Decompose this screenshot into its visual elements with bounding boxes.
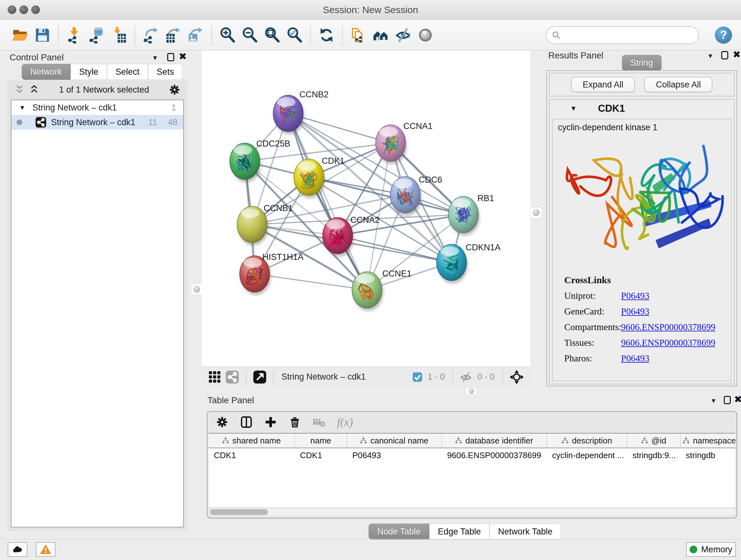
apply-preferred-layout-icon[interactable] xyxy=(317,26,336,44)
export-table-icon[interactable] xyxy=(164,26,183,44)
network-collection-row[interactable]: ▼ String Network – cdk1 1 xyxy=(11,100,183,115)
right-splitter-handle[interactable] xyxy=(530,207,542,219)
selected-nodes-checkbox-icon[interactable] xyxy=(412,372,422,382)
tab-edge-table[interactable]: Edge Table xyxy=(429,523,489,540)
tab-style[interactable]: Style xyxy=(71,64,107,80)
network-node-rb1[interactable]: RB1 xyxy=(448,193,494,236)
network-node-hist1h1a[interactable]: HIST1H1A xyxy=(240,252,304,295)
tab-select[interactable]: Select xyxy=(107,64,148,80)
status-bar-divider xyxy=(0,539,741,539)
network-node-ccnb1[interactable]: CCNB1 xyxy=(237,203,293,246)
birds-eye-view-icon[interactable] xyxy=(416,26,434,44)
horizontal-splitter-handle[interactable] xyxy=(466,388,477,395)
table-scrollbar-thumb[interactable] xyxy=(210,509,268,515)
export-network-icon[interactable] xyxy=(142,26,160,44)
grid-view-icon[interactable] xyxy=(208,370,221,384)
column-header-namespace[interactable]: namespace xyxy=(681,434,735,448)
network-node-ccne1[interactable]: CCNE1 xyxy=(352,269,412,311)
control-panel-menu-icon[interactable]: ▼ xyxy=(152,54,158,62)
zoom-selected-region-icon[interactable] xyxy=(285,26,304,44)
column-header--id[interactable]: @id xyxy=(627,434,681,448)
node-label: CCNE1 xyxy=(382,269,412,278)
network-node-cdc25b[interactable]: CDC25B xyxy=(230,139,290,182)
export-image-icon[interactable] xyxy=(186,26,205,44)
zoom-in-icon[interactable] xyxy=(218,26,237,44)
control-panel-title: Control Panel xyxy=(10,52,64,63)
tab-network-table[interactable]: Network Table xyxy=(489,523,561,540)
show-columns-icon[interactable] xyxy=(240,416,253,428)
collapse-all-button[interactable]: Collapse All xyxy=(644,77,712,92)
network-selection-bar: 1 of 1 Network selected xyxy=(7,80,188,99)
network-edge-count: 48 xyxy=(168,118,178,127)
network-node-ccnb2[interactable]: CCNB2 xyxy=(273,90,329,134)
crosslink-link[interactable]: P06493 xyxy=(621,291,650,301)
table-panel-close-icon[interactable]: ✖ xyxy=(734,395,741,403)
delete-table-icon xyxy=(313,416,326,428)
crosslink-link[interactable]: 9606.ENSP00000378699 xyxy=(621,337,716,348)
collapse-all-icon[interactable] xyxy=(29,84,40,95)
expand-all-button[interactable]: Expand All xyxy=(571,77,635,92)
table-horizontal-scrollbar xyxy=(209,509,735,515)
column-header-name[interactable]: name xyxy=(295,434,347,448)
column-header-canonical-name[interactable]: canonical name xyxy=(347,434,442,448)
open-file-icon[interactable] xyxy=(11,26,29,44)
home-views-icon[interactable] xyxy=(372,26,390,44)
new-network-from-selection-icon[interactable] xyxy=(349,26,367,44)
search-input[interactable] xyxy=(546,26,699,44)
import-network-from-file-icon[interactable] xyxy=(65,26,84,44)
network-node-cdk1[interactable]: CDK1 xyxy=(294,156,345,198)
save-session-icon[interactable] xyxy=(33,26,52,44)
toolbar-separator xyxy=(58,25,59,45)
tab-sets[interactable]: Sets xyxy=(148,64,183,80)
gear-icon[interactable] xyxy=(169,84,181,96)
network-canvas[interactable]: CCNB2 CCNA1 CDC25B CDK1 CDC6 RB1 CCNB1 xyxy=(202,51,530,367)
memory-status-dot xyxy=(690,546,697,553)
table-panel-float-icon[interactable] xyxy=(724,396,731,404)
column-header-shared-name[interactable]: shared name xyxy=(209,434,295,448)
crosslink-link[interactable]: P06493 xyxy=(621,353,650,364)
expand-all-icon[interactable] xyxy=(14,84,25,95)
tab-network[interactable]: Network xyxy=(22,64,71,80)
column-header-database-identifier[interactable]: database identifier xyxy=(442,434,547,448)
cloud-button[interactable] xyxy=(8,542,27,557)
memory-button[interactable]: Memory xyxy=(686,542,736,557)
birds-eye-navigator-icon[interactable] xyxy=(509,370,524,384)
hide-selected-icon[interactable] xyxy=(394,26,412,44)
table-cell: cyclin-dependent ... xyxy=(547,448,627,462)
tab-node-table[interactable]: Node Table xyxy=(368,523,429,540)
gene-symbol: CDK1 xyxy=(598,103,625,114)
table-row[interactable]: CDK1CDK1P064939606.ENSP00000378699cyclin… xyxy=(209,448,735,462)
create-column-icon[interactable] xyxy=(264,416,277,428)
left-splitter-handle[interactable] xyxy=(191,284,202,295)
crosslink-row: GeneCard: P06493 xyxy=(564,306,716,317)
crosslink-row: Uniprot: P06493 xyxy=(564,291,716,301)
column-header-description[interactable]: description xyxy=(547,434,627,448)
crosslink-label: Tissues: xyxy=(564,337,621,348)
zoom-fit-content-icon[interactable] xyxy=(263,26,281,44)
network-node-cdc6[interactable]: CDC6 xyxy=(390,175,442,216)
import-table-from-file-icon[interactable] xyxy=(110,26,128,44)
collection-expand-icon[interactable]: ▼ xyxy=(19,104,25,111)
help-button[interactable]: ? xyxy=(715,26,732,44)
crosslink-link[interactable]: 9606.ENSP00000378699 xyxy=(621,322,716,332)
window-title: Session: New Session xyxy=(0,4,741,15)
gene-collapse-icon[interactable]: ▼ xyxy=(570,105,577,113)
network-row[interactable]: String Network – cdk1 11 48 xyxy=(11,115,183,130)
zoom-out-icon[interactable] xyxy=(241,26,259,44)
control-panel-close-icon[interactable]: ✖ xyxy=(179,52,187,61)
import-network-from-database-icon[interactable] xyxy=(87,26,106,44)
network-node-ccna2[interactable]: CCNA2 xyxy=(323,215,380,257)
network-node-cdkn1a[interactable]: CDKN1A xyxy=(436,243,501,284)
tab-string[interactable]: String xyxy=(622,55,662,71)
table-settings-gear-icon[interactable] xyxy=(216,416,228,428)
node-label: CDKN1A xyxy=(466,243,501,252)
network-tree: ▼ String Network – cdk1 1 String Network… xyxy=(11,100,184,527)
network-view-icon[interactable] xyxy=(225,370,239,384)
table-panel-menu-icon[interactable]: ▼ xyxy=(711,397,717,405)
control-panel-float-icon[interactable] xyxy=(167,53,174,61)
crosslink-link[interactable]: P06493 xyxy=(621,306,650,317)
warning-button[interactable] xyxy=(36,542,56,557)
open-view-in-window-icon[interactable] xyxy=(253,370,267,384)
delete-column-trash-icon[interactable] xyxy=(288,416,301,428)
string-results-box: Expand All Collapse All ▼ CDK1 cyclin-de… xyxy=(546,70,737,386)
